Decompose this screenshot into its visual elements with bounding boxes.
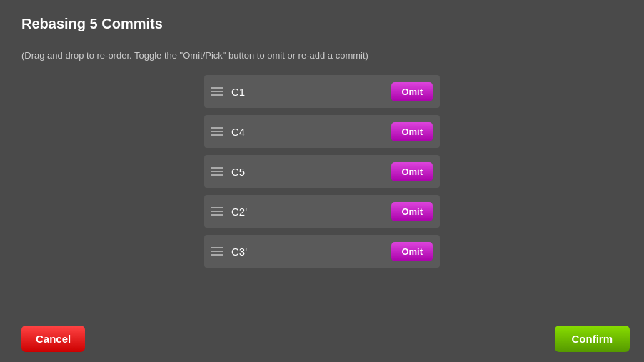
commits-container: C1OmitC4OmitC5OmitC2'OmitC3'Omit [204, 75, 440, 268]
confirm-button[interactable]: Confirm [555, 326, 630, 352]
commit-label-c2p: C2' [231, 206, 391, 218]
drag-handle-icon[interactable] [211, 247, 223, 256]
commit-row: C2'Omit [204, 195, 440, 228]
commit-label-c3p: C3' [231, 246, 391, 258]
commit-row: C1Omit [204, 75, 440, 108]
commit-label-c5: C5 [231, 166, 391, 178]
omit-button-c3p[interactable]: Omit [391, 242, 433, 261]
page-title: Rebasing 5 Commits [21, 16, 163, 32]
drag-handle-icon[interactable] [211, 207, 223, 216]
omit-button-c2p[interactable]: Omit [391, 202, 433, 221]
omit-button-c4[interactable]: Omit [391, 122, 433, 141]
drag-handle-icon[interactable] [211, 87, 223, 96]
commit-row: C5Omit [204, 155, 440, 188]
commit-label-c4: C4 [231, 126, 391, 138]
commit-row: C3'Omit [204, 235, 440, 268]
commit-label-c1: C1 [231, 86, 391, 98]
omit-button-c1[interactable]: Omit [391, 82, 433, 101]
drag-handle-icon[interactable] [211, 167, 223, 176]
drag-handle-icon[interactable] [211, 127, 223, 136]
cancel-button[interactable]: Cancel [21, 326, 85, 352]
omit-button-c5[interactable]: Omit [391, 162, 433, 181]
instruction-text: (Drag and drop to re-order. Toggle the "… [21, 50, 368, 61]
commit-row: C4Omit [204, 115, 440, 148]
